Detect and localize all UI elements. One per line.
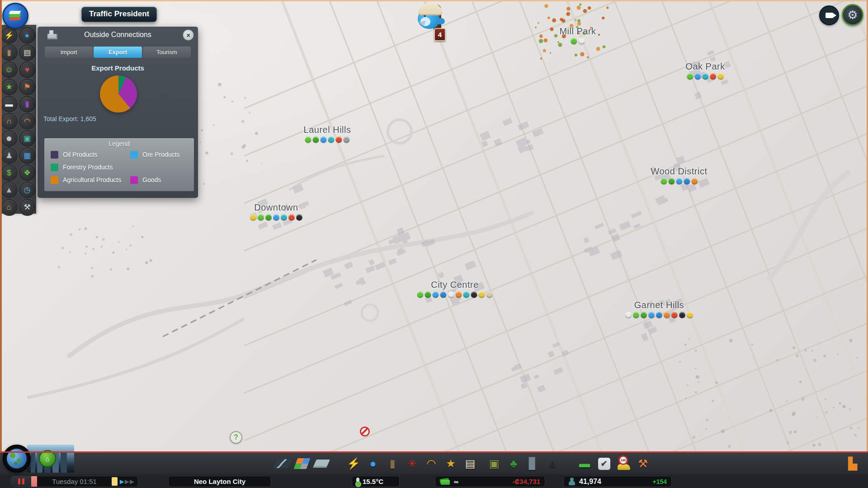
sidebar-terrain-button[interactable]: ▲ <box>2 183 17 197</box>
bulldozer-button[interactable]: ▙ <box>844 455 862 473</box>
district-service-icons <box>417 291 493 298</box>
district-label: Oak Park <box>685 61 725 72</box>
info-views-button[interactable] <box>2 3 28 29</box>
mail-icon <box>344 136 350 143</box>
speed-indicator <box>31 476 37 487</box>
tab-import[interactable]: Import <box>45 47 93 58</box>
terrain-icon: ▲ <box>5 186 13 194</box>
sidebar-building-levels-button[interactable]: ▦ <box>20 148 35 163</box>
options-button[interactable]: ⚙ <box>842 4 863 26</box>
legend-swatch <box>130 151 138 159</box>
park-icon <box>571 38 577 44</box>
budget-box[interactable]: ∞ -₡34,731 <box>435 476 545 487</box>
legend-swatch <box>51 176 58 184</box>
toolbar-education-button[interactable]: ▤ <box>462 454 479 473</box>
entertainment-icon: ◷ <box>24 186 31 194</box>
section-title: Export Products <box>38 64 198 72</box>
toolbar-traffic-routes-button[interactable]: 140 <box>615 454 632 473</box>
water-icon <box>676 178 682 184</box>
play-speed-3-button[interactable]: ▶ <box>130 478 134 485</box>
toolbar-zoning-button[interactable] <box>293 454 311 473</box>
transport-icon <box>702 73 708 80</box>
crime-icon: ☻ <box>5 135 13 142</box>
sidebar-electricity-button[interactable]: ⚡ <box>2 28 17 43</box>
tourism-icon: ❖ <box>24 169 30 177</box>
toolbar-districts-button[interactable] <box>313 454 330 473</box>
toolbar-public-transport-button[interactable]: ▣ <box>486 454 503 473</box>
population-box[interactable]: 41,974 +154 <box>563 476 672 487</box>
economy-icon: ▬ <box>579 458 590 469</box>
chirper-hat <box>419 4 442 15</box>
sidebar-heating-button[interactable]: ⌂ <box>2 200 17 215</box>
recycle-icon <box>633 312 639 318</box>
close-button[interactable]: × <box>183 29 194 41</box>
pause-button[interactable] <box>11 476 31 487</box>
district-wood-district: Wood District <box>651 166 707 184</box>
sidebar-health-button[interactable]: ♥ <box>20 62 35 77</box>
help-button[interactable]: ? <box>230 431 242 444</box>
sidebar-traffic-button[interactable]: ▬ <box>2 97 17 112</box>
outside-connections-panel: Outside Connections × ImportExportTouris… <box>38 27 198 198</box>
district-service-icons <box>304 136 351 143</box>
water-icon <box>694 73 701 80</box>
sidebar-natural-resources-button[interactable]: ▮ <box>20 97 35 112</box>
sidebar-population-button[interactable]: ♟ <box>2 148 17 163</box>
health-icon: ♥ <box>25 66 29 74</box>
zoning-icon <box>294 458 311 469</box>
free-camera-button[interactable] <box>819 5 839 25</box>
sidebar-public-transport-button[interactable]: ▣ <box>20 131 35 146</box>
play-speed-2-button[interactable]: ▶ <box>125 478 129 485</box>
legend-swatch <box>51 164 58 171</box>
toolbar-monuments-button[interactable]: ▊ <box>524 454 542 473</box>
population-icon <box>568 478 575 485</box>
recycle-icon <box>687 73 693 80</box>
temperature-box[interactable]: 15.5°C <box>352 476 400 487</box>
play-speed-1-button[interactable]: ▶ <box>120 478 124 485</box>
toolbar-water-sewage-button[interactable]: ● <box>364 454 382 473</box>
park-icon <box>265 214 272 221</box>
tab-tourism[interactable]: Tourism <box>143 47 191 58</box>
toolbar-garbage-button[interactable]: ▮ <box>384 454 401 473</box>
sidebar-water-button[interactable]: ● <box>20 28 35 43</box>
temperature-value: 15.5°C <box>363 478 383 485</box>
toolbar-electricity-button[interactable]: ⚡ <box>345 454 362 473</box>
land-value-icon: $ <box>7 169 11 177</box>
sidebar-fire-safety-button[interactable]: ◠ <box>20 114 35 129</box>
toolbar-policies-button[interactable]: ✔ <box>595 454 613 473</box>
legend-item: Oil Products <box>51 148 130 161</box>
road-warning-icon[interactable] <box>360 427 370 436</box>
sidebar-crime-button[interactable]: ☻ <box>2 131 17 146</box>
mail-icon <box>486 291 493 298</box>
unlock-badge-button[interactable]: ⌂ <box>39 450 56 467</box>
sidebar-noise-pollution-button[interactable]: ∩ <box>2 114 17 129</box>
chirper-button[interactable]: 4 <box>414 2 448 40</box>
garbage-icon: ▮ <box>389 458 395 469</box>
sidebar-road-maintenance-button[interactable]: ⚒ <box>20 200 35 215</box>
sidebar-happiness-button[interactable]: ☺ <box>2 62 17 77</box>
world-map-button[interactable] <box>3 445 31 473</box>
sidebar-leisure-button[interactable]: ★ <box>2 80 17 94</box>
sidebar-entertainment-button[interactable]: ◷ <box>20 183 35 197</box>
sidebar-education-button[interactable]: ▤ <box>20 45 35 60</box>
district-label: Garnet Hills <box>625 300 693 310</box>
sidebar-land-value-button[interactable]: $ <box>2 165 17 180</box>
toolbar-healthcare-button[interactable]: ✳ <box>403 454 420 473</box>
toolbar-police-button[interactable]: ★ <box>442 454 459 473</box>
garbage-icon: ▮ <box>7 49 11 56</box>
toolbar-fire-department-button[interactable]: ◠ <box>423 454 440 473</box>
sidebar-tourism-button[interactable]: ❖ <box>20 165 35 180</box>
toolbar-unique-buildings-button[interactable]: ▲ <box>544 454 561 473</box>
total-export-label: Total Export: 1,605 <box>43 115 96 122</box>
toolbar-parks-button[interactable]: ♣ <box>505 454 522 473</box>
toolbar-roads-button[interactable] <box>274 454 291 473</box>
chirper-notification-badge[interactable]: 4 <box>434 28 446 41</box>
toolbar-economy-button[interactable]: ▬ <box>576 454 593 473</box>
city-name-box[interactable]: Neo Layton City <box>168 476 271 487</box>
toolbar-mods-tool-button[interactable]: ⚒ <box>634 454 651 473</box>
tab-export[interactable]: Export <box>94 47 142 58</box>
sidebar-wind-button[interactable]: ⚑ <box>20 80 35 94</box>
sidebar-garbage-button[interactable]: ▮ <box>2 45 17 60</box>
info-views-sidebar: ⚡●▮▤☺♥★⚑▬▮∩◠☻▣♟▦$❖▲◷⌂⚒ <box>0 25 36 214</box>
water-icon <box>684 178 690 184</box>
district-label: Wood District <box>651 166 707 177</box>
